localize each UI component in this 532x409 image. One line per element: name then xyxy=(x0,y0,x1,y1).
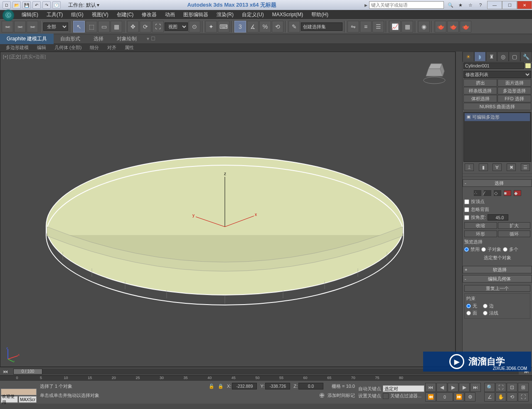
menu-tools[interactable]: 工具(T) xyxy=(42,10,67,20)
mod-extrude[interactable]: 挤出 xyxy=(463,79,497,87)
snap-toggle-icon[interactable]: 3 xyxy=(234,21,246,32)
zoom-icon[interactable]: 🔍 xyxy=(484,383,495,392)
qat-history-icon[interactable]: 🕐 xyxy=(52,1,61,9)
manipulate-icon[interactable]: ✦ xyxy=(205,21,217,32)
menu-rendering[interactable]: 渲染(R) xyxy=(212,10,238,20)
search-input[interactable] xyxy=(369,1,444,9)
menu-graph-editors[interactable]: 图形编辑器 xyxy=(179,10,212,20)
pivot-icon[interactable]: ⊙ xyxy=(189,21,200,32)
sub-geometry[interactable]: 几何体 (全部) xyxy=(51,44,85,52)
orbit-icon[interactable]: ⟲ xyxy=(507,392,517,402)
tag-icon[interactable]: 🕀 xyxy=(320,393,324,398)
prev-key-icon[interactable]: ⏪ xyxy=(425,392,436,402)
menu-help[interactable]: 帮助(H) xyxy=(307,10,332,20)
qat-open-icon[interactable]: 📂 xyxy=(12,1,21,9)
binoculars-icon[interactable]: 🔍 xyxy=(446,1,455,9)
edge-mode-icon[interactable]: ∕ xyxy=(484,190,491,196)
qat-save-icon[interactable]: 💾 xyxy=(22,1,31,9)
next-key-icon[interactable]: ⏩ xyxy=(453,392,464,402)
link-icon[interactable]: ⫘ xyxy=(2,21,13,32)
align-icon[interactable]: ≡ xyxy=(360,21,372,32)
create-tab-icon[interactable]: ☀ xyxy=(463,52,474,62)
display-tab-icon[interactable]: ▢ xyxy=(509,52,520,62)
preview-multi-radio[interactable] xyxy=(503,247,507,252)
by-angle-checkbox[interactable] xyxy=(464,215,469,220)
zoom-all-icon[interactable]: ⛶ xyxy=(495,383,506,392)
auto-key-button[interactable]: 自动关键点 xyxy=(358,386,381,392)
constraint-none-radio[interactable] xyxy=(466,304,471,308)
sub-align[interactable]: 对齐 xyxy=(104,44,120,52)
mirror-icon[interactable]: ⇋ xyxy=(347,21,359,32)
x-coord-input[interactable] xyxy=(232,383,257,389)
add-time-tag[interactable]: 添加时间标记 xyxy=(328,392,355,399)
maxscript-label[interactable]: MAXScr xyxy=(19,396,37,403)
preview-off-radio[interactable] xyxy=(464,247,469,252)
goto-end-icon[interactable]: ⏭ xyxy=(470,383,481,392)
shrink-button[interactable]: 收缩 xyxy=(464,222,497,229)
element-mode-icon[interactable]: ◆ xyxy=(514,190,521,196)
app-logo-icon[interactable]: Ⓒ xyxy=(2,10,14,21)
select-name-icon[interactable]: ⬚ xyxy=(86,21,97,32)
minimize-button[interactable]: — xyxy=(487,1,502,9)
tab-selection[interactable]: 选择 xyxy=(87,34,110,44)
qat-new-icon[interactable]: 🗋 xyxy=(2,1,11,9)
bind-icon[interactable]: ⫘ xyxy=(27,21,38,32)
vertex-mode-icon[interactable]: ∴ xyxy=(474,190,481,196)
maximize-button[interactable]: ☐ xyxy=(502,1,517,9)
zoom-extents-icon[interactable]: ⊡ xyxy=(507,383,517,392)
render-icon[interactable]: 🫖 xyxy=(460,21,471,32)
border-mode-icon[interactable]: ◇ xyxy=(494,190,501,196)
rollout-soft-header[interactable]: +软选择 xyxy=(463,266,532,273)
menu-animation[interactable]: 动画 xyxy=(161,10,179,20)
fov-icon[interactable]: ∠ xyxy=(484,392,495,402)
mod-poly-select[interactable]: 多边形选择 xyxy=(498,87,531,94)
ribbon-expand-icon[interactable]: ▾ ☐ xyxy=(147,36,155,42)
favorite-icon[interactable]: ☆ xyxy=(466,1,475,9)
menu-maxscript[interactable]: MAXScript(M) xyxy=(268,10,308,19)
layers-icon[interactable]: ☰ xyxy=(372,21,384,32)
sub-subdiv[interactable]: 细分 xyxy=(86,44,102,52)
spinner-snap-icon[interactable]: ⟲ xyxy=(272,21,283,32)
menu-group[interactable]: 组(G) xyxy=(67,10,87,20)
move-icon[interactable]: ✥ xyxy=(127,21,139,32)
angle-snap-icon[interactable]: ∡ xyxy=(247,21,259,32)
grow-button[interactable]: 扩大 xyxy=(498,222,531,229)
modifier-list-dropdown[interactable]: 修改器列表 xyxy=(463,71,531,78)
lock-icon[interactable]: 🔓 xyxy=(209,384,214,389)
info-icon[interactable]: ▸ xyxy=(365,2,367,8)
menu-views[interactable]: 视图(V) xyxy=(88,10,113,20)
menu-create[interactable]: 创建(C) xyxy=(113,10,138,20)
tab-freeform[interactable]: 自由形式 xyxy=(54,34,87,44)
constraint-face-radio[interactable] xyxy=(466,311,471,315)
hierarchy-tab-icon[interactable]: ♜ xyxy=(486,52,498,62)
frame-input[interactable]: 0 xyxy=(436,392,453,402)
constraint-normal-radio[interactable] xyxy=(483,311,488,315)
tab-graphite[interactable]: Graphite 建模工具 xyxy=(0,34,54,44)
modifier-stack[interactable]: ▣ 可编辑多边形 xyxy=(463,112,531,162)
constraint-edge-radio[interactable] xyxy=(483,304,488,308)
keyboard-icon[interactable]: ⌨ xyxy=(218,21,229,32)
play-icon[interactable]: ▶ xyxy=(448,383,458,392)
utilities-tab-icon[interactable]: 🔧 xyxy=(520,52,532,62)
maximize-viewport-icon[interactable]: ⛶ xyxy=(518,392,529,402)
mod-spline-select[interactable]: 样条线选择 xyxy=(463,87,497,94)
object-color-swatch[interactable] xyxy=(525,63,531,69)
time-config-icon[interactable]: ⏮ xyxy=(2,368,9,375)
show-end-icon[interactable]: ▮ xyxy=(479,164,488,171)
next-frame-icon[interactable]: ▶ xyxy=(459,383,470,392)
menu-edit[interactable]: 编辑(E) xyxy=(17,10,42,20)
select-region-icon[interactable]: ▭ xyxy=(98,21,110,32)
goto-start-icon[interactable]: ⏮ xyxy=(425,383,436,392)
unlink-icon[interactable]: ⫘ xyxy=(14,21,26,32)
lock2-icon[interactable]: 🔒 xyxy=(218,384,224,389)
zoom-extents-all-icon[interactable]: ⊞ xyxy=(518,383,529,392)
sub-poly-model[interactable]: 多边形建模 xyxy=(2,44,32,52)
key-mode-dropdown[interactable]: 选定对 xyxy=(383,385,424,392)
named-selection-set[interactable] xyxy=(301,22,342,31)
remove-mod-icon[interactable]: ✖ xyxy=(507,164,516,171)
menu-customize[interactable]: 自定义(U) xyxy=(238,10,268,20)
repeat-last-button[interactable]: 重复上一个 xyxy=(464,285,530,292)
unique-icon[interactable]: ∀ xyxy=(493,164,502,171)
sub-edit[interactable]: 编辑 xyxy=(34,44,49,52)
prev-frame-icon[interactable]: ◀ xyxy=(436,383,447,392)
